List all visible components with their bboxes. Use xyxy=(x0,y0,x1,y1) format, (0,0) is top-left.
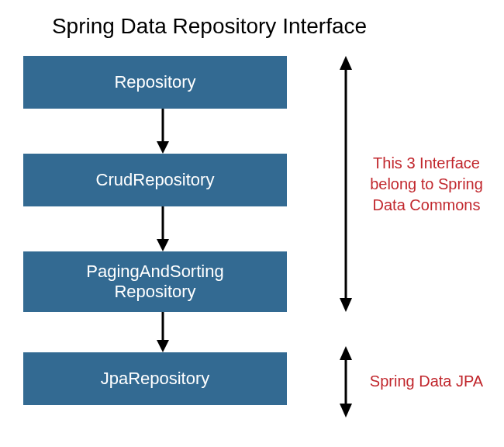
svg-marker-5 xyxy=(157,340,169,352)
svg-marker-10 xyxy=(340,346,352,360)
annotation-commons: This 3 Interface belong to Spring Data C… xyxy=(357,153,496,216)
diagram-title: Spring Data Repository Interface xyxy=(0,0,419,48)
box-jpa-repository: JpaRepository xyxy=(23,352,287,405)
bracket-commons xyxy=(337,56,355,315)
box-repository: Repository xyxy=(23,56,287,109)
svg-marker-7 xyxy=(340,56,352,70)
annotation-commons-line1: This 3 Interface xyxy=(373,154,480,172)
svg-marker-3 xyxy=(157,239,169,251)
annotation-commons-line2: belong to Spring xyxy=(370,175,483,192)
box-crud-repository: CrudRepository xyxy=(23,154,287,206)
box-paging-and-sorting: PagingAndSorting Repository xyxy=(23,251,287,312)
svg-marker-1 xyxy=(157,141,169,154)
annotation-commons-line3: Data Commons xyxy=(373,196,481,213)
svg-marker-11 xyxy=(340,404,352,418)
bracket-jpa xyxy=(337,346,355,421)
paging-label: PagingAndSorting Repository xyxy=(86,262,223,303)
paging-line2: Repository xyxy=(114,282,195,301)
annotation-jpa: Spring Data JPA xyxy=(361,371,492,392)
svg-marker-8 xyxy=(340,298,352,312)
paging-line1: PagingAndSorting xyxy=(86,262,223,281)
diagram-container: Repository CrudRepository PagingAndSorti… xyxy=(0,48,504,447)
